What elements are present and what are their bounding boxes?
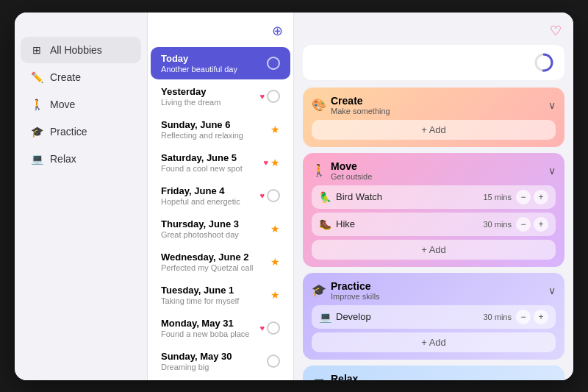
entry-date: Saturday, June 5 — [161, 152, 243, 163]
sidebar-item-move[interactable]: 🚶 Move — [21, 91, 141, 118]
card-icon: 💻 — [312, 376, 326, 380]
entry-date: Today — [161, 53, 237, 64]
activity-row: 🥾 Hike 30 mins − + — [312, 213, 556, 236]
stepper-plus[interactable]: + — [534, 217, 548, 232]
chevron-down-icon[interactable]: ∨ — [548, 377, 556, 380]
card-title-group: 🎨 Create Make something — [312, 95, 390, 115]
journal-entry[interactable]: Friday, June 4 Hopeful and energetic ♥ — [151, 179, 290, 212]
add-activity-button[interactable]: + Add — [312, 332, 556, 352]
entry-subtitle: Found a new boba place — [161, 329, 249, 338]
entry-icons: ♥ — [259, 189, 280, 202]
entry-icons: ♥ — [259, 321, 280, 335]
activity-row: 🦜 Bird Watch 15 mins − + — [312, 185, 556, 209]
activity-time: 30 mins — [483, 220, 512, 229]
activity-icon: 💻 — [319, 311, 331, 323]
entry-icons: ♥ — [259, 90, 280, 103]
card-subtitle: Improve skills — [331, 292, 380, 301]
journal-entry[interactable]: Sunday, May 30 Dreaming big — [151, 345, 290, 377]
category-card-practice: 🎓 Practice Improve skills ∨ 💻 Develop 30… — [303, 273, 564, 360]
star-icon: ★ — [270, 157, 280, 168]
journal-add-button[interactable]: ⊕ — [272, 23, 283, 39]
card-header: 🚶 Move Get outside ∨ — [312, 160, 556, 181]
category-card-create: 🎨 Create Make something ∨ + Add — [303, 88, 564, 147]
today-body: 🎨 Create Make something ∨ + Add 🚶 Move G… — [294, 45, 573, 380]
sidebar-item-all-hobbies[interactable]: ⊞ All Hobbies — [21, 37, 141, 63]
journal-entry[interactable]: Thursday, June 3 Great photoshoot day ★ — [151, 213, 290, 245]
app-container: ⊞ All Hobbies ✏️ Create 🚶 Move 🎓 Practic… — [15, 13, 573, 380]
entry-icons: ♥★ — [263, 157, 280, 168]
journal-entry[interactable]: Sunday, June 6 Reflecting and relaxing ★ — [151, 113, 290, 146]
activity-stepper: − + — [516, 190, 548, 204]
circle-icon — [267, 57, 280, 70]
category-card-move: 🚶 Move Get outside ∨ 🦜 Bird Watch 15 min… — [303, 153, 564, 267]
stepper-plus[interactable]: + — [534, 310, 548, 324]
add-activity-button[interactable]: + Add — [312, 240, 556, 260]
activity-name: Hike — [336, 218, 355, 229]
entry-subtitle: Great photoshoot day — [161, 230, 239, 239]
entry-content: Today Another beautiful day — [161, 53, 237, 74]
entry-content: Sunday, June 6 Reflecting and relaxing — [161, 119, 243, 140]
sidebar-label-relax: Relax — [50, 153, 76, 165]
entry-content: Saturday, June 5 Found a cool new spot — [161, 152, 243, 173]
entry-summary — [303, 45, 564, 80]
activity-left: 💻 Develop — [319, 311, 371, 323]
card-title: Create — [331, 95, 390, 107]
circle-icon — [267, 354, 280, 368]
journal-entry[interactable]: Saturday, May 29 Looking forward ★ — [151, 378, 290, 380]
activity-icon: 🦜 — [319, 191, 331, 203]
entry-icons: ★ — [270, 124, 280, 135]
activity-stepper: − + — [516, 217, 548, 232]
entry-subtitle: Another beautiful day — [161, 65, 237, 74]
sidebar-icon-create: ✏️ — [29, 70, 44, 85]
sidebar-item-relax[interactable]: 💻 Relax — [21, 146, 141, 172]
card-icon: 🎨 — [312, 98, 326, 112]
journal-entry[interactable]: Today Another beautiful day — [151, 47, 290, 79]
activity-left: 🦜 Bird Watch — [319, 191, 382, 203]
activity-right: 30 mins − + — [483, 310, 548, 324]
sidebar-label-practice: Practice — [50, 126, 87, 138]
progress-ring — [534, 52, 554, 73]
entry-date: Monday, May 31 — [161, 318, 249, 329]
sidebar-icon-move: 🚶 — [29, 97, 44, 112]
journal-panel: ⊕ Today Another beautiful day Yesterday … — [147, 13, 294, 380]
sidebar-label-create: Create — [50, 71, 81, 83]
entry-subtitle: Dreaming big — [161, 363, 232, 371]
add-activity-button[interactable]: + Add — [312, 120, 556, 140]
stepper-minus[interactable]: − — [516, 217, 531, 232]
today-panel: ♡ 🎨 Create Make something — [294, 13, 573, 380]
entry-icons — [267, 57, 280, 70]
sidebar-icon-all-hobbies: ⊞ — [29, 43, 44, 57]
chevron-down-icon[interactable]: ∨ — [548, 285, 556, 296]
sidebar-item-create[interactable]: ✏️ Create — [21, 64, 141, 90]
entry-date: Tuesday, June 1 — [161, 285, 239, 296]
activity-right: 30 mins − + — [483, 217, 548, 232]
chevron-down-icon[interactable]: ∨ — [548, 165, 556, 177]
card-title-group: 🎓 Practice Improve skills — [312, 280, 380, 301]
chevron-down-icon[interactable]: ∨ — [548, 99, 556, 111]
journal-entry[interactable]: Saturday, June 5 Found a cool new spot ♥… — [151, 146, 290, 179]
activity-name: Bird Watch — [336, 191, 382, 202]
journal-entry[interactable]: Monday, May 31 Found a new boba place ♥ — [151, 312, 290, 344]
journal-header: ⊕ — [148, 13, 293, 46]
sidebar-item-practice[interactable]: 🎓 Practice — [21, 118, 141, 145]
stepper-minus[interactable]: − — [516, 190, 531, 204]
activity-name: Develop — [336, 311, 371, 322]
activity-time: 15 mins — [483, 193, 512, 202]
card-title-group: 🚶 Move Get outside — [312, 160, 372, 181]
sidebar-label-move: Move — [50, 99, 75, 110]
journal-entry[interactable]: Tuesday, June 1 Taking time for myself ★ — [151, 279, 290, 311]
entry-content: Yesterday Living the dream — [161, 86, 220, 107]
stepper-minus[interactable]: − — [516, 310, 531, 324]
circle-icon — [267, 321, 280, 335]
journal-entry[interactable]: Wednesday, June 2 Perfected my Quetzal c… — [151, 246, 290, 278]
star-icon: ★ — [270, 223, 280, 235]
entry-date: Sunday, June 6 — [161, 119, 243, 130]
card-title-group: 💻 Relax Zone out — [312, 373, 362, 380]
journal-entry[interactable]: Yesterday Living the dream ♥ — [151, 80, 290, 113]
entry-content: Wednesday, June 2 Perfected my Quetzal c… — [161, 252, 253, 272]
activity-icon: 🥾 — [319, 218, 331, 230]
entry-subtitle: Taking time for myself — [161, 296, 239, 305]
stepper-plus[interactable]: + — [534, 190, 548, 204]
today-heart-icon[interactable]: ♡ — [550, 23, 562, 39]
circle-icon — [267, 90, 280, 103]
